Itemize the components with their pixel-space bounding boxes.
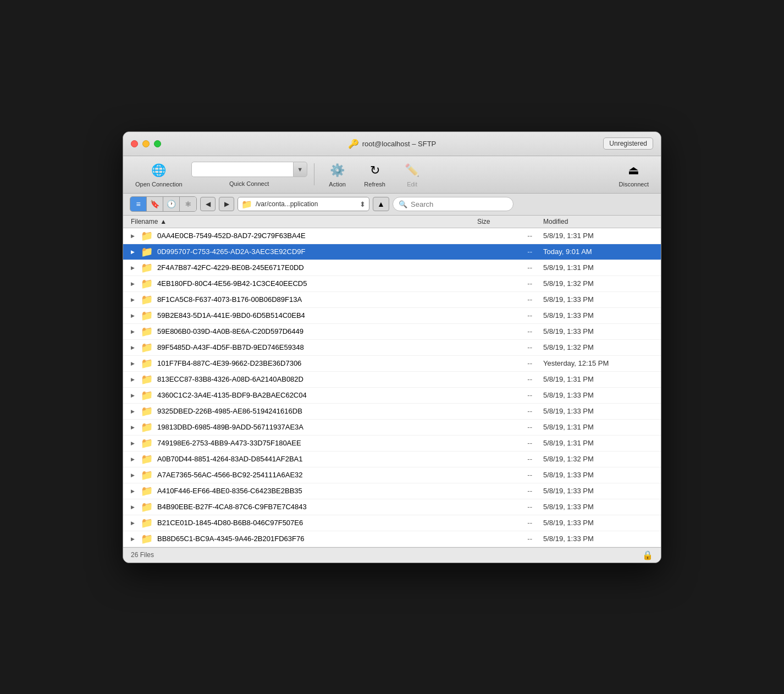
status-bar: 26 Files 🔒 [123, 547, 661, 563]
file-size-cell: -- [477, 279, 543, 288]
file-name-text: 8F1CA5C8-F637-4073-B176-00B06D89F13A [157, 295, 302, 304]
extra-view-button[interactable]: ⚛ [180, 197, 196, 211]
table-row[interactable]: ▶ 📁 8F1CA5C8-F637-4073-B176-00B06D89F13A… [123, 292, 661, 308]
table-row[interactable]: ▶ 📁 A410F446-EF66-4BE0-8356-C6423BE2BB35… [123, 483, 661, 499]
file-size-cell: -- [477, 423, 543, 431]
table-row[interactable]: ▶ 📁 0D995707-C753-4265-AD2A-3AEC3E92CD9F… [123, 244, 661, 260]
minimize-button[interactable] [142, 140, 150, 147]
table-row[interactable]: ▶ 📁 A0B70D44-8851-4264-83AD-D85441AF2BA1… [123, 451, 661, 467]
table-row[interactable]: ▶ 📁 4360C1C2-3A4E-4135-BDF9-BA2BAEC62C04… [123, 388, 661, 404]
table-row[interactable]: ▶ 📁 B21CE01D-1845-4D80-B6B8-046C97F507E6… [123, 515, 661, 531]
table-row[interactable]: ▶ 📁 101F7FB4-887C-4E39-9662-D23BE36D7306… [123, 356, 661, 372]
search-icon: 🔍 [399, 200, 407, 208]
file-size-cell: -- [477, 375, 543, 383]
expand-arrow-icon: ▶ [131, 249, 136, 255]
file-name-text: 813ECC87-83B8-4326-A08D-6A2140AB082D [157, 375, 303, 383]
modified-column-header[interactable]: Modified [543, 218, 653, 225]
file-name-cell: ▶ 📁 59B2E843-5D1A-441E-9BD0-6D5B514C0EB4 [131, 310, 477, 322]
file-size-cell: -- [477, 455, 543, 463]
file-name-text: 59E806B0-039D-4A0B-8E6A-C20D597D6449 [157, 327, 303, 335]
file-modified-cell: 5/8/19, 1:33 PM [543, 471, 653, 479]
expand-arrow-icon: ▶ [131, 281, 136, 287]
maximize-button[interactable] [154, 140, 161, 147]
table-row[interactable]: ▶ 📁 A7AE7365-56AC-4566-BC92-254111A6AE32… [123, 467, 661, 483]
folder-icon: 📁 [141, 469, 153, 481]
back-button[interactable]: ◀ [200, 197, 216, 211]
expand-arrow-icon: ▶ [131, 345, 136, 350]
table-row[interactable]: ▶ 📁 749198E6-2753-4BB9-A473-33D75F180AEE… [123, 436, 661, 451]
path-box[interactable]: 📁 /var/conta...pplication ⬍ [238, 197, 369, 211]
table-row[interactable]: ▶ 📁 0AA4E0CB-7549-452D-8AD7-29C79F63BA4E… [123, 228, 661, 244]
table-row[interactable]: ▶ 📁 59B2E843-5D1A-441E-9BD0-6D5B514C0EB4… [123, 308, 661, 324]
folder-icon: 📁 [141, 405, 153, 417]
secondary-toolbar: ≡ 🔖 🕐 ⚛ ◀ ▶ 📁 /var/conta...pplication ⬍ … [123, 194, 661, 216]
expand-arrow-icon: ▶ [131, 297, 136, 302]
expand-arrow-icon: ▶ [131, 536, 136, 542]
file-modified-cell: Yesterday, 12:15 PM [543, 359, 653, 367]
edit-icon: ✏️ [404, 162, 421, 179]
expand-arrow-icon: ▶ [131, 265, 136, 271]
file-size-cell: -- [477, 359, 543, 367]
table-row[interactable]: ▶ 📁 9325DBED-226B-4985-AE86-5194241616DB… [123, 404, 661, 420]
table-row[interactable]: ▶ 📁 B4B90EBE-B27F-4CA8-87C6-C9FB7E7C4843… [123, 499, 661, 515]
file-size-cell: -- [477, 471, 543, 479]
table-row[interactable]: ▶ 📁 59E806B0-039D-4A0B-8E6A-C20D597D6449… [123, 324, 661, 340]
file-name-cell: ▶ 📁 4EB180FD-80C4-4E56-9B42-1C3CE40EECD5 [131, 278, 477, 290]
table-row[interactable]: ▶ 📁 89F5485D-A43F-4D5F-BB7D-9ED746E59348… [123, 340, 661, 356]
table-row[interactable]: ▶ 📁 4EB180FD-80C4-4E56-9B42-1C3CE40EECD5… [123, 276, 661, 292]
edit-button[interactable]: ✏️ Edit [396, 159, 429, 190]
table-row[interactable]: ▶ 📁 BB8D65C1-BC9A-4345-9A46-2B201FD63F76… [123, 531, 661, 547]
expand-arrow-icon: ▶ [131, 440, 136, 446]
file-name-text: BB8D65C1-BC9A-4345-9A46-2B201FD63F76 [157, 535, 304, 543]
file-list-header: Filename ▲ Size Modified [123, 216, 661, 228]
file-modified-cell: 5/8/19, 1:33 PM [543, 311, 653, 320]
folder-icon: 📁 [141, 389, 153, 401]
size-column-header[interactable]: Size [477, 218, 543, 225]
lock-icon: 🔒 [642, 550, 653, 560]
file-name-text: B21CE01D-1845-4D80-B6B8-046C97F507E6 [157, 519, 303, 527]
quick-connect-dropdown-button[interactable]: ▼ [293, 162, 307, 177]
forward-button[interactable]: ▶ [219, 197, 234, 211]
action-button[interactable]: ⚙️ Action [321, 159, 354, 190]
expand-arrow-icon: ▶ [131, 425, 136, 430]
list-view-button[interactable]: ≡ [130, 197, 147, 211]
file-modified-cell: 5/8/19, 1:33 PM [543, 535, 653, 543]
search-box: 🔍 [393, 197, 514, 211]
open-connection-button[interactable]: 🌐 Open Connection [131, 159, 187, 190]
filename-column-header[interactable]: Filename ▲ [131, 218, 477, 225]
file-name-text: 19813DBD-6985-489B-9ADD-56711937AE3A [157, 423, 303, 431]
sort-button[interactable]: ▲ [373, 197, 389, 211]
file-size-cell: -- [477, 247, 543, 256]
table-row[interactable]: ▶ 📁 19813DBD-6985-489B-9ADD-56711937AE3A… [123, 420, 661, 436]
expand-arrow-icon: ▶ [131, 520, 136, 526]
file-modified-cell: 5/8/19, 1:31 PM [543, 423, 653, 431]
file-size-cell: -- [477, 535, 543, 543]
folder-icon: 📁 [141, 437, 153, 449]
file-modified-cell: 5/8/19, 1:33 PM [543, 327, 653, 335]
disconnect-button[interactable]: ⏏ Disconnect [615, 159, 653, 190]
quick-connect-input[interactable] [191, 162, 293, 177]
file-size-cell: -- [477, 407, 543, 415]
search-input[interactable] [411, 200, 507, 208]
file-list: ▶ 📁 0AA4E0CB-7549-452D-8AD7-29C79F63BA4E… [123, 228, 661, 547]
file-name-text: 0AA4E0CB-7549-452D-8AD7-29C79F63BA4E [157, 232, 306, 240]
file-name-cell: ▶ 📁 813ECC87-83B8-4326-A08D-6A2140AB082D [131, 373, 477, 385]
history-view-button[interactable]: 🕐 [163, 197, 180, 211]
bookmark-view-button[interactable]: 🔖 [147, 197, 163, 211]
expand-arrow-icon: ▶ [131, 329, 136, 334]
window-title: 🔑 root@localhost – SFTP [348, 139, 437, 149]
file-name-cell: ▶ 📁 B4B90EBE-B27F-4CA8-87C6-C9FB7E7C4843 [131, 501, 477, 513]
expand-arrow-icon: ▶ [131, 377, 136, 382]
unregistered-button[interactable]: Unregistered [603, 137, 653, 150]
file-modified-cell: 5/8/19, 1:33 PM [543, 519, 653, 527]
file-name-cell: ▶ 📁 0D995707-C753-4265-AD2A-3AEC3E92CD9F [131, 246, 477, 258]
folder-icon: 📁 [141, 326, 153, 338]
close-button[interactable] [131, 140, 138, 147]
refresh-button[interactable]: ↻ Refresh [358, 159, 391, 190]
file-modified-cell: 5/8/19, 1:31 PM [543, 375, 653, 383]
folder-icon: 📁 [141, 357, 153, 370]
table-row[interactable]: ▶ 📁 2F4A7B87-42FC-4229-BE0B-245E6717E0DD… [123, 260, 661, 276]
traffic-lights [131, 140, 161, 147]
table-row[interactable]: ▶ 📁 813ECC87-83B8-4326-A08D-6A2140AB082D… [123, 372, 661, 388]
file-name-cell: ▶ 📁 A0B70D44-8851-4264-83AD-D85441AF2BA1 [131, 453, 477, 465]
